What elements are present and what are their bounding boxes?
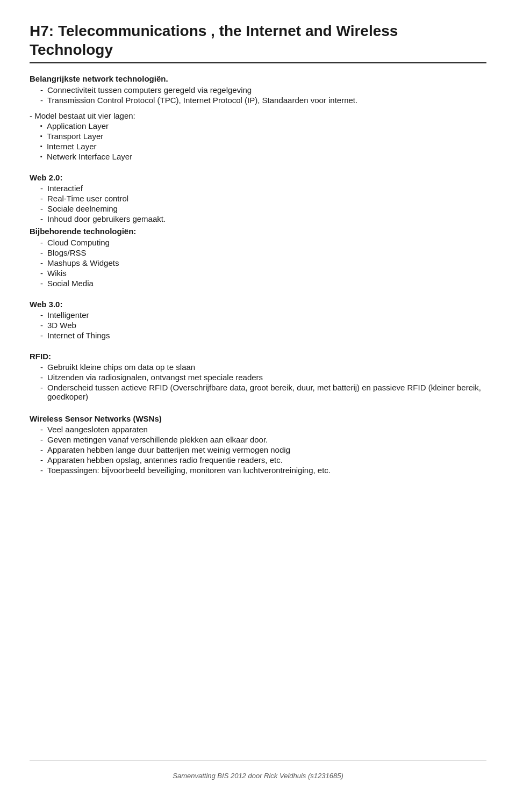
layers-list: Application Layer Transport Layer Intern… bbox=[40, 121, 486, 161]
list-item: Interactief bbox=[30, 184, 486, 193]
web2-list: Interactief Real-Time user control Socia… bbox=[30, 184, 486, 223]
page-title: H7: Telecommunications , the Internet an… bbox=[30, 21, 486, 59]
list-item: Transport Layer bbox=[40, 132, 486, 141]
list-item: Transmission Control Protocol (TPC), Int… bbox=[30, 96, 486, 105]
list-item: Inhoud door gebruikers gemaakt. bbox=[30, 214, 486, 223]
list-item: Onderscheid tussen actieve RFID (Oversch… bbox=[30, 383, 486, 401]
web3-list: Intelligenter 3D Web Internet of Things bbox=[30, 310, 486, 340]
layers-intro: - Model bestaat uit vier lagen: bbox=[30, 111, 486, 120]
list-item: Veel aangesloten apparaten bbox=[30, 425, 486, 434]
page-container: H7: Telecommunications , the Internet an… bbox=[0, 0, 516, 812]
network-tech-section: Belangrijkste network technologiën. Conn… bbox=[30, 71, 486, 107]
web2-tech-heading: Bijbehorende technologiën: bbox=[30, 227, 486, 236]
wsn-list: Veel aangesloten apparaten Geven metinge… bbox=[30, 425, 486, 475]
list-item: Intelligenter bbox=[30, 310, 486, 320]
list-item: 3D Web bbox=[30, 321, 486, 330]
network-tech-list: Connectiviteit tussen computers geregeld… bbox=[30, 85, 486, 105]
wsn-section: Wireless Sensor Networks (WSNs) Veel aan… bbox=[30, 408, 486, 477]
wsn-heading: Wireless Sensor Networks (WSNs) bbox=[30, 414, 486, 423]
list-item: Connectiviteit tussen computers geregeld… bbox=[30, 85, 486, 95]
list-item: Real-Time user control bbox=[30, 194, 486, 203]
list-item: Gebruikt kleine chips om data op te slaa… bbox=[30, 363, 486, 372]
list-item: Uitzenden via radiosignalen, ontvangst m… bbox=[30, 373, 486, 382]
footer: Samenvatting BIS 2012 door Rick Veldhuis… bbox=[30, 760, 486, 780]
web2-tech-list: Cloud Computing Blogs/RSS Mashups & Widg… bbox=[30, 238, 486, 288]
list-item: Sociale deelneming bbox=[30, 204, 486, 213]
network-tech-heading: Belangrijkste network technologiën. bbox=[30, 74, 486, 83]
list-item: Apparaten hebben lange duur batterijen m… bbox=[30, 445, 486, 454]
web2-heading: Web 2.0: bbox=[30, 173, 486, 182]
web2-section: Web 2.0: Interactief Real-Time user cont… bbox=[30, 169, 486, 290]
list-item: Blogs/RSS bbox=[30, 248, 486, 257]
list-item: Cloud Computing bbox=[30, 238, 486, 247]
rfid-section: RFID: Gebruikt kleine chips om data op t… bbox=[30, 347, 486, 403]
list-item: Apparaten hebben opslag, antennes radio … bbox=[30, 455, 486, 465]
list-item: Social Media bbox=[30, 279, 486, 288]
list-item: Internet of Things bbox=[30, 331, 486, 340]
list-item: Toepassingen: bijvoorbeeld beveiliging, … bbox=[30, 466, 486, 475]
list-item: Netwerk Interface Layer bbox=[40, 152, 486, 161]
layers-section: - Model bestaat uit vier lagen: Applicat… bbox=[30, 111, 486, 164]
web3-heading: Web 3.0: bbox=[30, 300, 486, 309]
title-block: H7: Telecommunications , the Internet an… bbox=[30, 21, 486, 69]
rfid-heading: RFID: bbox=[30, 352, 486, 361]
list-item: Internet Layer bbox=[40, 142, 486, 151]
list-item: Wikis bbox=[30, 269, 486, 278]
list-item: Mashups & Widgets bbox=[30, 258, 486, 267]
rfid-list: Gebruikt kleine chips om data op te slaa… bbox=[30, 363, 486, 401]
list-item: Application Layer bbox=[40, 121, 486, 130]
list-item: Geven metingen vanaf verschillende plekk… bbox=[30, 435, 486, 444]
title-divider bbox=[30, 62, 486, 63]
web3-section: Web 3.0: Intelligenter 3D Web Internet o… bbox=[30, 295, 486, 342]
